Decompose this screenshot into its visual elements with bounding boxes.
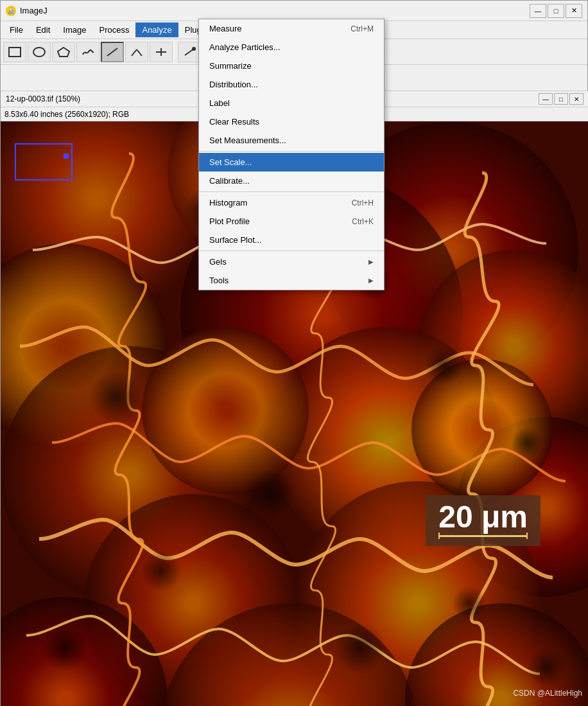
histogram-label: Histogram [209, 198, 247, 207]
minimize-button[interactable]: — [530, 4, 546, 18]
line-tool[interactable] [101, 42, 124, 62]
menu-item-clear-results[interactable]: Clear Results [199, 112, 384, 131]
polygon-tool[interactable] [52, 42, 75, 62]
image-minimize-button[interactable]: — [539, 93, 553, 105]
analyze-particles-label: Analyze Particles... [209, 42, 281, 52]
menu-item-calibrate[interactable]: Calibrate... [199, 172, 384, 190]
menu-item-surface-plot[interactable]: Surface Plot... [199, 231, 384, 249]
summarize-label: Summarize [209, 61, 252, 71]
menu-item-plot-profile[interactable]: Plot Profile Ctrl+K [199, 212, 384, 231]
surface-plot-label: Surface Plot... [209, 235, 262, 245]
watermark: CSDN @ALittleHigh [513, 689, 582, 698]
menu-item-set-scale[interactable]: Set Scale... [199, 153, 384, 172]
scale-bar-overlay: 20 μm [426, 495, 540, 546]
label-label: Label [209, 98, 230, 108]
title-bar-left: 🔬 ImageJ [6, 6, 48, 16]
clear-results-label: Clear Results [209, 117, 259, 127]
image-maximize-button[interactable]: □ [554, 93, 568, 105]
maximize-button[interactable]: □ [548, 4, 564, 18]
scale-bar-line [438, 535, 528, 537]
menu-item-histogram[interactable]: Histogram Ctrl+H [199, 193, 384, 212]
tools-label: Tools [209, 276, 229, 285]
gels-submenu-arrow: ▶ [368, 258, 374, 265]
separator-3 [199, 251, 384, 251]
measure-shortcut: Ctrl+M [350, 24, 374, 33]
svg-line-5 [137, 49, 142, 56]
menu-analyze[interactable]: Analyze [135, 22, 178, 37]
plot-profile-shortcut: Ctrl+K [352, 217, 374, 226]
wand-tool[interactable] [178, 42, 201, 62]
menu-item-set-measurements[interactable]: Set Measurements... [199, 131, 384, 150]
point-tool[interactable] [150, 42, 173, 62]
measure-label: Measure [209, 24, 242, 33]
scale-bar-line-container [438, 535, 528, 537]
app-title: ImageJ [20, 6, 48, 15]
menu-item-analyze-particles[interactable]: Analyze Particles... [199, 38, 384, 57]
oval-tool[interactable] [28, 42, 51, 62]
menu-process[interactable]: Process [93, 22, 136, 37]
close-button[interactable]: ✕ [566, 4, 582, 18]
svg-line-3 [107, 48, 117, 56]
scale-bar-text: 20 μm [438, 502, 528, 533]
tools-submenu-arrow: ▶ [368, 277, 374, 284]
image-close-button[interactable]: ✕ [569, 93, 584, 105]
menu-item-label[interactable]: Label [199, 94, 384, 112]
menu-item-measure[interactable]: Measure Ctrl+M [199, 19, 384, 38]
distribution-label: Distribution... [209, 80, 258, 89]
svg-marker-2 [58, 48, 69, 57]
imagej-icon: 🔬 [6, 6, 16, 16]
menu-item-summarize[interactable]: Summarize [199, 57, 384, 75]
imagej-window: 🔬 ImageJ — □ ✕ File Edit Image Process A… [0, 0, 588, 706]
svg-line-4 [132, 49, 137, 56]
title-bar-controls: — □ ✕ [530, 4, 582, 18]
image-title: 12-up-0003.tif (150%) [6, 94, 80, 103]
plot-profile-label: Plot Profile [209, 216, 250, 226]
freehand-tool[interactable] [76, 42, 99, 62]
svg-point-9 [192, 47, 196, 51]
rectangle-tool[interactable] [3, 42, 26, 62]
calibrate-label: Calibrate... [209, 176, 250, 186]
menu-item-tools[interactable]: Tools ▶ [199, 271, 384, 290]
menu-edit[interactable]: Edit [30, 22, 56, 37]
separator-1 [199, 151, 384, 152]
menu-image[interactable]: Image [56, 22, 92, 37]
separator-2 [199, 191, 384, 192]
menu-item-gels[interactable]: Gels ▶ [199, 252, 384, 271]
menu-item-distribution[interactable]: Distribution... [199, 75, 384, 94]
svg-rect-0 [9, 48, 21, 57]
image-status-text: 8.53x6.40 inches (2560x1920); RGB [4, 110, 129, 119]
svg-point-1 [33, 48, 45, 57]
gels-label: Gels [209, 257, 227, 267]
set-scale-label: Set Scale... [209, 157, 252, 167]
histogram-shortcut: Ctrl+H [352, 199, 374, 207]
menu-file[interactable]: File [3, 22, 30, 37]
set-measurements-label: Set Measurements... [209, 136, 286, 145]
angle-tool[interactable] [125, 42, 148, 62]
analyze-dropdown-menu: Measure Ctrl+M Analyze Particles... Summ… [198, 19, 385, 290]
image-window-controls: — □ ✕ [539, 93, 584, 105]
